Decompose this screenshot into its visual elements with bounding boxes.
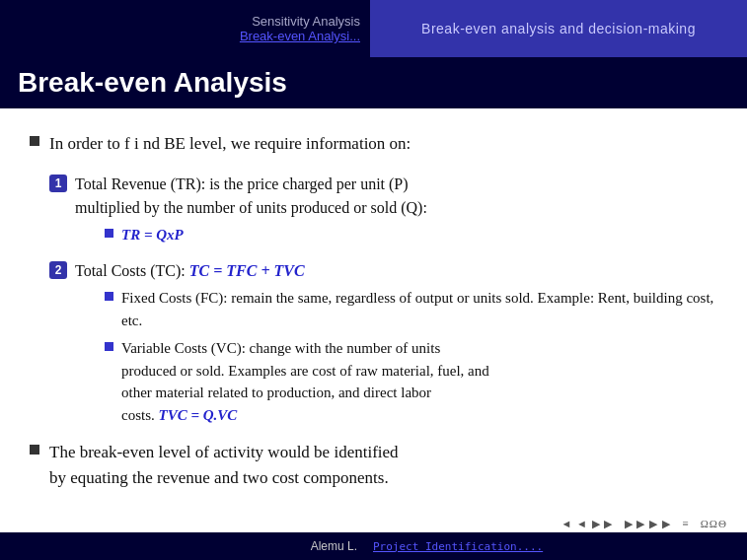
header-main-title: Break-even analysis and decision-making	[421, 21, 696, 36]
closing-item: The break-even level of activity would b…	[30, 440, 717, 490]
tc-text: Total Costs (TC): TC = TFC + TVC Fixed C…	[75, 259, 717, 432]
closing-line1: The break-even level of activity would b…	[49, 443, 399, 461]
tr-line1: Total Revenue (TR): is the price charged…	[75, 175, 409, 192]
tr-formula: TR = QxP	[121, 224, 184, 246]
header-right: Break-even analysis and decision-making	[370, 0, 747, 57]
vc-line3: other material related to production, an…	[121, 385, 431, 400]
closing-bullet-icon	[30, 445, 39, 455]
header: Sensitivity Analysis Break-even Analysi.…	[0, 0, 747, 57]
page-title: Break-even Analysis	[18, 67, 729, 99]
title-bar: Break-even Analysis	[0, 57, 747, 108]
tr-text: Total Revenue (TR): is the price charged…	[75, 173, 427, 252]
tc-sub-list: Fixed Costs (FC): remain the same, regar…	[105, 287, 717, 426]
tr-item: 1 Total Revenue (TR): is the price charg…	[49, 173, 717, 252]
badge-1: 1	[49, 175, 67, 192]
bullet-icon	[30, 136, 39, 146]
main-content: In order to f i nd BE level, we require …	[0, 111, 747, 516]
footer-author: Alemu L.	[0, 539, 365, 553]
vc-formula: TVC = Q.VC	[159, 407, 238, 423]
tr-formula-item: TR = QxP	[105, 224, 427, 246]
fc-bullet-icon	[105, 292, 113, 301]
tc-formula: TC = TFC + TVC	[189, 262, 305, 279]
sensitivity-label: Sensitivity Analysis	[252, 14, 360, 29]
tc-text-pre: Total Costs (TC):	[75, 262, 189, 279]
closing-text: The break-even level of activity would b…	[49, 440, 399, 490]
tr-formula-list: TR = QxP	[105, 224, 427, 246]
footer: Alemu L. Project Identification....	[0, 532, 747, 560]
intro-text: In order to f i nd BE level, we require …	[49, 131, 411, 157]
vc-line1: Variable Costs (VC): change with the num…	[121, 340, 440, 356]
badge-2: 2	[49, 261, 67, 279]
vc-bullet-icon	[105, 342, 113, 351]
tr-line2: multiplied by the number of units produc…	[75, 199, 427, 216]
closing-line2: by equating the revenue and two cost com…	[49, 468, 389, 487]
footer-project[interactable]: Project Identification....	[365, 540, 747, 553]
level2-list: 1 Total Revenue (TR): is the price charg…	[49, 173, 717, 433]
bullet-square-icon	[105, 229, 113, 238]
breakeven-tab-label[interactable]: Break-even Analysi...	[240, 29, 360, 43]
nav-arrows[interactable]: ◄ ◄ ▶ ▶ ▶ ▶ ▶ ▶ ≡ ΩΩΘ	[560, 518, 727, 530]
tc-item: 2 Total Costs (TC): TC = TFC + TVC Fixed…	[49, 259, 717, 432]
vc-text-pre: costs.	[121, 407, 159, 423]
vc-line2: produced or sold. Examples are cost of r…	[121, 363, 489, 379]
header-left: Sensitivity Analysis Break-even Analysi.…	[0, 0, 370, 57]
fc-text: Fixed Costs (FC): remain the same, regar…	[121, 287, 717, 331]
intro-item: In order to f i nd BE level, we require …	[30, 131, 717, 157]
fc-item: Fixed Costs (FC): remain the same, regar…	[105, 287, 717, 331]
vc-item: Variable Costs (VC): change with the num…	[105, 337, 717, 426]
vc-text: Variable Costs (VC): change with the num…	[121, 337, 489, 426]
nav-bar[interactable]: ◄ ◄ ▶ ▶ ▶ ▶ ▶ ▶ ≡ ΩΩΘ	[560, 518, 727, 530]
